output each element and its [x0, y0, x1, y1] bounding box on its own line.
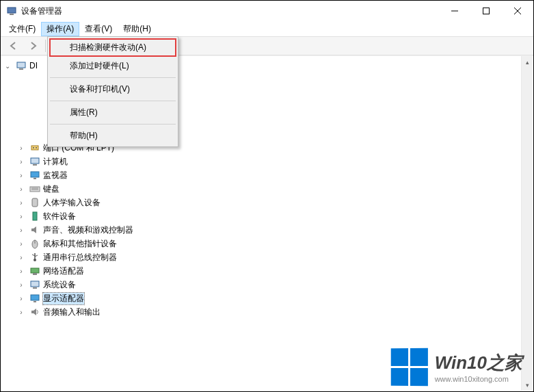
- svg-rect-19: [32, 198, 38, 207]
- computer-icon: [29, 156, 40, 167]
- tree-item-usb[interactable]: › 通用串行总线控制器: [1, 250, 533, 264]
- tree-item-label: 键盘: [43, 183, 59, 195]
- svg-rect-13: [33, 164, 37, 166]
- menu-file[interactable]: 文件(F): [3, 22, 41, 36]
- tree-item-label: 鼠标和其他指针设备: [43, 238, 117, 250]
- monitor-icon: [29, 170, 40, 181]
- toolbar-separator: [45, 40, 46, 52]
- window-controls: [439, 1, 533, 21]
- expand-icon[interactable]: ›: [17, 281, 25, 289]
- watermark-title: Win10之家: [435, 351, 522, 375]
- expand-icon[interactable]: ›: [17, 158, 25, 166]
- svg-rect-32: [34, 301, 36, 302]
- software-icon: [29, 211, 40, 222]
- port-icon: [29, 142, 40, 153]
- minimize-button[interactable]: [439, 1, 470, 21]
- hid-icon: [29, 197, 40, 208]
- vertical-scrollbar[interactable]: ▴ ▾: [521, 56, 533, 391]
- watermark: Win10之家 www.win10xitong.com: [390, 348, 522, 386]
- tree-item-label: 通用串行总线控制器: [43, 252, 117, 263]
- tree-item-hid[interactable]: › 人体学输入设备: [1, 196, 533, 209]
- expand-icon[interactable]: ›: [17, 267, 25, 275]
- svg-rect-9: [31, 146, 38, 150]
- menu-help[interactable]: 帮助(H): [49, 127, 176, 145]
- svg-rect-0: [8, 8, 16, 13]
- collapse-icon[interactable]: ⌄: [3, 62, 12, 70]
- tree-item-label: 计算机: [43, 156, 68, 168]
- forward-button[interactable]: [24, 38, 42, 53]
- expand-icon[interactable]: ›: [17, 240, 25, 248]
- menu-separator: [50, 77, 176, 78]
- menu-action[interactable]: 操作(A): [41, 22, 79, 36]
- mouse-icon: [29, 238, 40, 249]
- menu-separator: [50, 124, 176, 125]
- keyboard-icon: [29, 183, 40, 194]
- tree-item-sound[interactable]: › 声音、视频和游戏控制器: [1, 223, 533, 237]
- back-button[interactable]: [5, 38, 23, 53]
- tree-item-system[interactable]: › 系统设备: [1, 278, 533, 291]
- svg-rect-15: [34, 178, 36, 179]
- audio-icon: [29, 306, 40, 317]
- scroll-down-icon[interactable]: ▾: [522, 379, 533, 391]
- network-icon: [29, 265, 40, 276]
- tree-item-computer[interactable]: › 计算机: [1, 155, 533, 168]
- svg-point-10: [33, 147, 34, 148]
- watermark-url: www.win10xitong.com: [435, 375, 522, 383]
- tree-item-software[interactable]: › 软件设备: [1, 209, 533, 223]
- menu-properties[interactable]: 属性(R): [49, 103, 176, 122]
- sound-icon: [29, 224, 40, 235]
- svg-rect-29: [31, 281, 39, 287]
- menu-scan-hardware[interactable]: 扫描检测硬件改动(A): [49, 38, 176, 57]
- menu-view[interactable]: 查看(V): [79, 22, 118, 36]
- tree-item-audio[interactable]: › 音频输入和输出: [1, 305, 533, 319]
- windows-logo-icon: [390, 348, 427, 387]
- svg-rect-3: [483, 8, 490, 14]
- expand-icon[interactable]: ›: [17, 144, 25, 152]
- svg-rect-12: [31, 158, 39, 164]
- expand-icon[interactable]: ›: [17, 309, 25, 316]
- svg-rect-7: [17, 62, 25, 68]
- maximize-button[interactable]: [470, 1, 502, 21]
- tree-item-mouse[interactable]: › 鼠标和其他指针设备: [1, 237, 533, 250]
- menu-help[interactable]: 帮助(H): [118, 22, 157, 36]
- expand-icon[interactable]: ›: [17, 213, 25, 220]
- usb-icon: [29, 252, 40, 263]
- tree-item-label: 软件设备: [43, 211, 76, 222]
- expand-icon[interactable]: ›: [17, 185, 25, 193]
- close-button[interactable]: [502, 1, 533, 21]
- tree-item-label: 音频输入和输出: [43, 306, 101, 318]
- window-title: 设备管理器: [21, 5, 439, 17]
- tree-item-label: 监视器: [43, 170, 68, 181]
- svg-rect-20: [33, 212, 37, 220]
- tree-item-network[interactable]: › 网络适配器: [1, 264, 533, 278]
- svg-rect-28: [33, 273, 37, 275]
- expand-icon[interactable]: ›: [17, 172, 25, 179]
- tree-item-keyboard[interactable]: › 键盘: [1, 182, 533, 196]
- svg-rect-1: [10, 14, 14, 15]
- menu-bar: 文件(F) 操作(A) 查看(V) 帮助(H): [1, 21, 533, 36]
- tree-item-label: 系统设备: [43, 279, 76, 291]
- title-bar: 设备管理器: [1, 1, 533, 21]
- menu-devices-printers[interactable]: 设备和打印机(V): [49, 80, 176, 99]
- expand-icon[interactable]: ›: [17, 226, 25, 234]
- system-icon: [29, 279, 40, 290]
- display-icon: [29, 293, 40, 304]
- tree-item-label: 声音、视频和游戏控制器: [43, 224, 133, 236]
- expand-icon[interactable]: ›: [17, 295, 25, 302]
- svg-point-11: [36, 147, 37, 148]
- tree-item-label: 网络适配器: [43, 265, 84, 277]
- expand-icon[interactable]: ›: [17, 199, 25, 207]
- tree-root-label: DI: [29, 61, 38, 70]
- menu-add-legacy[interactable]: 添加过时硬件(L): [49, 57, 176, 75]
- tree-item-display[interactable]: › 显示适配器: [1, 291, 533, 305]
- tree-item-monitor[interactable]: › 监视器: [1, 168, 533, 182]
- svg-rect-31: [31, 295, 39, 300]
- tree-item-label: 人体学输入设备: [43, 197, 101, 209]
- svg-rect-30: [33, 287, 37, 289]
- menu-separator: [50, 101, 176, 101]
- scroll-up-icon[interactable]: ▴: [522, 56, 533, 68]
- action-dropdown: 扫描检测硬件改动(A) 添加过时硬件(L) 设备和打印机(V) 属性(R) 帮助…: [47, 36, 178, 147]
- svg-rect-14: [31, 172, 39, 177]
- expand-icon[interactable]: ›: [17, 254, 25, 261]
- svg-rect-8: [19, 68, 23, 70]
